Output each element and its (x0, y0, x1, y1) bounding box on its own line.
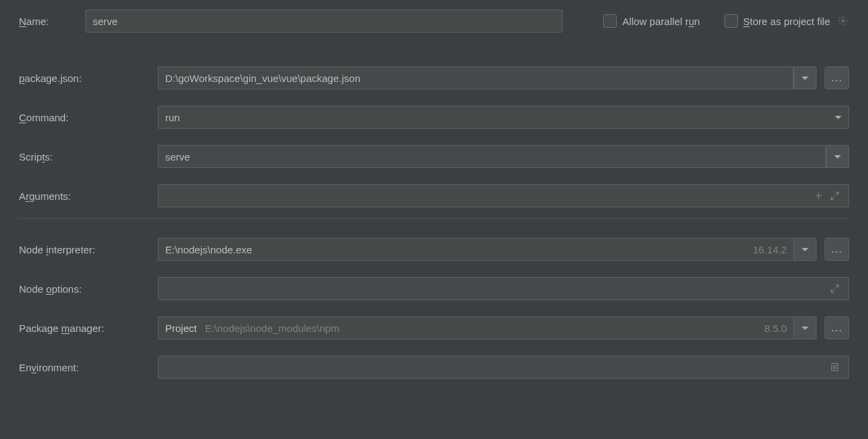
node-interpreter-browse-button[interactable]: ... (825, 238, 849, 261)
allow-parallel-label: Allow parallel run (622, 16, 699, 27)
environment-label: Environment: (19, 362, 158, 373)
chevron-down-icon (802, 248, 808, 251)
expand-icon[interactable] (829, 190, 840, 201)
expand-icon[interactable] (829, 283, 840, 294)
chevron-down-icon (802, 77, 808, 80)
package-json-input[interactable] (158, 66, 794, 89)
chevron-down-icon (802, 327, 808, 330)
package-json-label: package.json: (19, 72, 158, 84)
allow-parallel-checkbox[interactable] (603, 14, 617, 28)
package-json-dropdown[interactable] (794, 66, 817, 89)
list-icon[interactable] (829, 362, 840, 373)
node-version-text: 16.14.2 (753, 244, 787, 255)
chevron-down-icon (834, 155, 841, 159)
svg-point-0 (842, 20, 844, 22)
node-interpreter-dropdown[interactable] (794, 238, 817, 261)
package-json-browse-button[interactable]: ... (825, 66, 849, 89)
node-options-input[interactable] (158, 277, 849, 300)
scripts-input[interactable] (158, 145, 826, 168)
environment-input[interactable] (158, 356, 849, 379)
store-as-project-label: Store as project file (743, 16, 830, 27)
package-manager-dropdown[interactable] (794, 316, 817, 339)
command-label: Command: (19, 112, 158, 123)
plus-icon[interactable] (813, 190, 824, 201)
package-manager-browse-button[interactable]: ... (825, 316, 849, 339)
arguments-label: Arguments: (19, 190, 158, 202)
gear-icon[interactable] (837, 15, 849, 27)
node-interpreter-label: Node interpreter: (19, 244, 158, 255)
node-interpreter-select[interactable]: E:\nodejs\node.exe 16.14.2 (158, 238, 794, 261)
chevron-down-icon (835, 116, 842, 119)
command-select[interactable]: run (158, 106, 849, 129)
package-manager-select[interactable]: Project E:\nodejs\node_modules\npm 8.5.0 (158, 316, 794, 339)
arguments-input[interactable] (158, 184, 849, 207)
npm-version-text: 8.5.0 (764, 322, 787, 334)
scripts-label: Scripts: (19, 151, 158, 163)
scripts-dropdown[interactable] (826, 145, 849, 168)
name-label: Name: (19, 16, 85, 27)
store-as-project-checkbox[interactable] (724, 14, 738, 28)
divider (19, 218, 849, 219)
package-manager-label: Package manager: (19, 322, 158, 334)
name-input[interactable] (85, 9, 563, 33)
node-options-label: Node options: (19, 283, 158, 295)
